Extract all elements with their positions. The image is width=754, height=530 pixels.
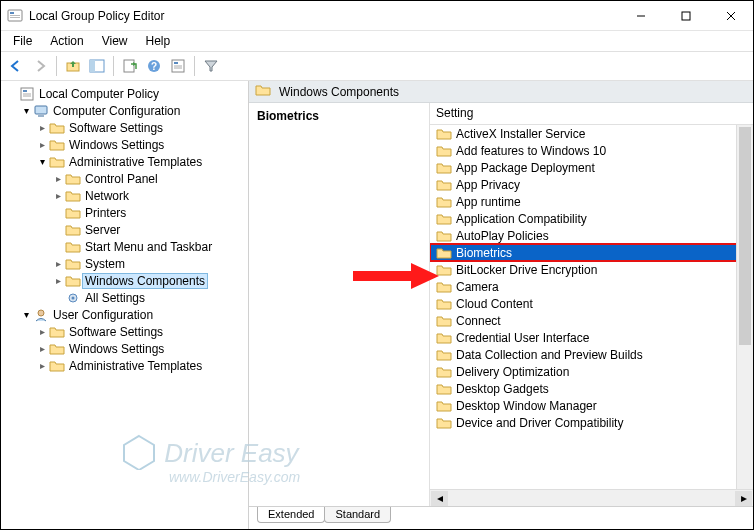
tree-item-user-configuration[interactable]: ▾ User Configuration	[3, 306, 246, 323]
tree-item-computer-configuration[interactable]: ▾ Computer Configuration	[3, 102, 246, 119]
chevron-down-icon[interactable]: ▾	[35, 156, 49, 167]
setting-item[interactable]: ActiveX Installer Service	[430, 125, 753, 142]
chevron-down-icon[interactable]: ▾	[19, 309, 33, 320]
menu-view[interactable]: View	[94, 32, 136, 50]
chevron-right-icon[interactable]: ▸	[35, 343, 49, 354]
tree-item-printers[interactable]: Printers	[3, 204, 246, 221]
folder-icon	[436, 245, 452, 261]
tree-label: Administrative Templates	[69, 359, 202, 373]
setting-item[interactable]: App Package Deployment	[430, 159, 753, 176]
tab-standard[interactable]: Standard	[324, 507, 391, 523]
setting-item[interactable]: Application Compatibility	[430, 210, 753, 227]
tree-item-admin-templates[interactable]: ▾ Administrative Templates	[3, 153, 246, 170]
tree-item-windows-settings[interactable]: ▸ Windows Settings	[3, 136, 246, 153]
tree-item-u-software-settings[interactable]: ▸ Software Settings	[3, 323, 246, 340]
folder-icon	[49, 341, 65, 357]
scroll-right-icon[interactable]: ▸	[735, 491, 752, 506]
svg-rect-10	[90, 60, 95, 72]
setting-item[interactable]: Add features to Windows 10	[430, 142, 753, 159]
properties-button[interactable]	[167, 55, 189, 77]
folder-icon	[436, 228, 452, 244]
filter-button[interactable]	[200, 55, 222, 77]
chevron-right-icon[interactable]: ▸	[35, 122, 49, 133]
folder-icon	[436, 143, 452, 159]
svg-rect-23	[38, 115, 44, 117]
chevron-right-icon[interactable]: ▸	[51, 258, 65, 269]
vertical-scrollbar[interactable]	[736, 125, 753, 489]
setting-label: BitLocker Drive Encryption	[456, 263, 597, 277]
folder-icon	[49, 324, 65, 340]
setting-item[interactable]: Data Collection and Preview Builds	[430, 346, 753, 363]
tree-label: System	[85, 257, 125, 271]
svg-rect-2	[10, 15, 20, 16]
export-list-button[interactable]	[119, 55, 141, 77]
setting-item[interactable]: App runtime	[430, 193, 753, 210]
menu-action[interactable]: Action	[42, 32, 91, 50]
nav-forward-button[interactable]	[29, 55, 51, 77]
tree-item-network[interactable]: ▸ Network	[3, 187, 246, 204]
folder-icon	[436, 194, 452, 210]
setting-item[interactable]: Desktop Window Manager	[430, 397, 753, 414]
maximize-button[interactable]	[663, 1, 708, 30]
folder-icon	[65, 222, 81, 238]
svg-rect-19	[23, 90, 27, 92]
setting-item[interactable]: Device and Driver Compatibility	[430, 414, 753, 431]
chevron-right-icon[interactable]: ▸	[35, 360, 49, 371]
tree-item-root[interactable]: Local Computer Policy	[3, 85, 246, 102]
folder-icon	[436, 211, 452, 227]
up-one-level-button[interactable]	[62, 55, 84, 77]
folder-icon	[436, 313, 452, 329]
folder-banner: Windows Components	[249, 81, 753, 103]
show-hide-console-tree-button[interactable]	[86, 55, 108, 77]
setting-label: Data Collection and Preview Builds	[456, 348, 643, 362]
app-icon	[7, 8, 23, 24]
tree-item-server[interactable]: Server	[3, 221, 246, 238]
tree-item-windows-components[interactable]: ▸ Windows Components	[3, 272, 246, 289]
settings-list[interactable]: ActiveX Installer ServiceAdd features to…	[430, 125, 753, 506]
tree-item-u-admin-templates[interactable]: ▸ Administrative Templates	[3, 357, 246, 374]
folder-icon	[436, 126, 452, 142]
setting-item[interactable]: BitLocker Drive Encryption	[430, 261, 753, 278]
tree-label: Computer Configuration	[53, 104, 180, 118]
setting-item[interactable]: AutoPlay Policies	[430, 227, 753, 244]
setting-item[interactable]: Camera	[430, 278, 753, 295]
setting-item[interactable]: Biometrics	[430, 244, 747, 261]
scrollbar-thumb[interactable]	[739, 127, 751, 345]
scroll-left-icon[interactable]: ◂	[431, 491, 448, 506]
menu-file[interactable]: File	[5, 32, 40, 50]
minimize-button[interactable]	[618, 1, 663, 30]
folder-icon	[436, 415, 452, 431]
setting-item[interactable]: App Privacy	[430, 176, 753, 193]
chevron-right-icon[interactable]: ▸	[51, 190, 65, 201]
help-button[interactable]: ?	[143, 55, 165, 77]
menu-help[interactable]: Help	[138, 32, 179, 50]
tree-item-control-panel[interactable]: ▸ Control Panel	[3, 170, 246, 187]
navigation-tree[interactable]: Local Computer Policy ▾ Computer Configu…	[1, 81, 249, 529]
tree-item-start-menu[interactable]: Start Menu and Taskbar	[3, 238, 246, 255]
tab-extended[interactable]: Extended	[257, 507, 325, 523]
tree-item-software-settings[interactable]: ▸ Software Settings	[3, 119, 246, 136]
chevron-right-icon[interactable]: ▸	[35, 139, 49, 150]
chevron-right-icon[interactable]: ▸	[51, 173, 65, 184]
setting-item[interactable]: Desktop Gadgets	[430, 380, 753, 397]
setting-item[interactable]: Credential User Interface	[430, 329, 753, 346]
chevron-down-icon[interactable]: ▾	[19, 105, 33, 116]
tree-label: Windows Settings	[69, 342, 164, 356]
horizontal-scrollbar[interactable]: ◂ ▸	[430, 489, 753, 506]
chevron-right-icon[interactable]: ▸	[51, 275, 65, 286]
close-button[interactable]	[708, 1, 753, 30]
nav-back-button[interactable]	[5, 55, 27, 77]
setting-item[interactable]: Delivery Optimization	[430, 363, 753, 380]
setting-item[interactable]: Connect	[430, 312, 753, 329]
tree-item-u-windows-settings[interactable]: ▸ Windows Settings	[3, 340, 246, 357]
tree-item-system[interactable]: ▸ System	[3, 255, 246, 272]
main-area: Local Computer Policy ▾ Computer Configu…	[1, 81, 753, 529]
chevron-right-icon[interactable]: ▸	[35, 326, 49, 337]
svg-rect-11	[124, 60, 134, 72]
setting-label: ActiveX Installer Service	[456, 127, 585, 141]
tree-label: Printers	[85, 206, 126, 220]
user-icon	[33, 307, 49, 323]
column-header-setting[interactable]: Setting	[430, 103, 753, 125]
setting-item[interactable]: Cloud Content	[430, 295, 753, 312]
tree-item-all-settings[interactable]: All Settings	[3, 289, 246, 306]
